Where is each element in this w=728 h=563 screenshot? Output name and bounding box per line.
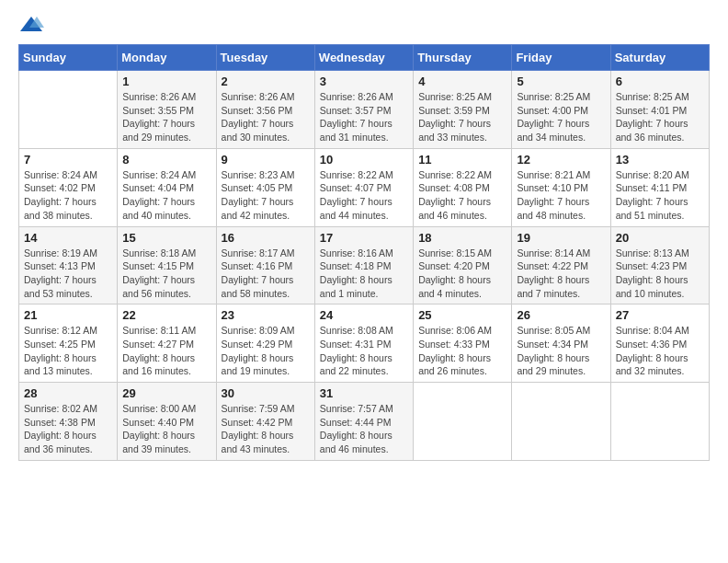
daylight-text: Daylight: 7 hours and 36 minutes. (616, 118, 688, 143)
weekday-header-friday: Friday (512, 45, 610, 71)
daylight-text: Daylight: 8 hours and 10 minutes. (616, 274, 688, 299)
sunrise-text: Sunrise: 8:25 AM (418, 91, 492, 102)
daylight-text: Daylight: 8 hours and 36 minutes. (24, 430, 97, 454)
day-number: 3 (320, 75, 408, 88)
day-details: Sunrise: 8:22 AM Sunset: 4:08 PM Dayligh… (418, 168, 506, 223)
sunrise-text: Sunrise: 8:04 AM (616, 325, 689, 336)
day-number: 20 (616, 231, 704, 245)
sunrise-text: Sunrise: 8:25 AM (616, 91, 689, 102)
day-details: Sunrise: 8:09 AM Sunset: 4:29 PM Dayligh… (222, 324, 310, 378)
daylight-text: Daylight: 8 hours and 29 minutes. (517, 352, 589, 377)
calendar-cell: 22 Sunrise: 8:11 AM Sunset: 4:27 PM Dayl… (118, 304, 216, 383)
calendar-cell: 19 Sunrise: 8:14 AM Sunset: 4:22 PM Dayl… (512, 226, 610, 304)
calendar-cell: 3 Sunrise: 8:26 AM Sunset: 3:57 PM Dayli… (314, 71, 413, 149)
sunrise-text: Sunrise: 8:22 AM (418, 169, 492, 180)
calendar-cell: 10 Sunrise: 8:22 AM Sunset: 4:07 PM Dayl… (314, 148, 413, 226)
sunrise-text: Sunrise: 8:06 AM (418, 325, 492, 336)
day-details: Sunrise: 7:57 AM Sunset: 4:44 PM Dayligh… (320, 402, 408, 456)
sunset-text: Sunset: 4:25 PM (24, 339, 96, 350)
sunrise-text: Sunrise: 8:23 AM (222, 169, 295, 180)
day-number: 13 (616, 153, 704, 167)
sunrise-text: Sunrise: 8:02 AM (24, 403, 97, 414)
calendar-cell: 1 Sunrise: 8:26 AM Sunset: 3:55 PM Dayli… (118, 71, 216, 149)
daylight-text: Daylight: 7 hours and 40 minutes. (122, 196, 195, 221)
day-number: 25 (418, 308, 506, 322)
daylight-text: Daylight: 8 hours and 22 minutes. (320, 352, 392, 377)
calendar-cell: 12 Sunrise: 8:21 AM Sunset: 4:10 PM Dayl… (512, 148, 610, 226)
calendar-cell: 27 Sunrise: 8:04 AM Sunset: 4:36 PM Dayl… (610, 304, 709, 383)
sunset-text: Sunset: 4:01 PM (616, 105, 688, 116)
calendar-week-4: 21 Sunrise: 8:12 AM Sunset: 4:25 PM Dayl… (19, 304, 710, 383)
calendar-cell: 30 Sunrise: 7:59 AM Sunset: 4:42 PM Dayl… (216, 383, 314, 461)
sunset-text: Sunset: 4:38 PM (24, 417, 96, 428)
daylight-text: Daylight: 7 hours and 51 minutes. (616, 196, 688, 221)
calendar-cell: 5 Sunrise: 8:25 AM Sunset: 4:00 PM Dayli… (512, 71, 610, 149)
day-number: 8 (122, 153, 210, 167)
calendar-cell: 15 Sunrise: 8:18 AM Sunset: 4:15 PM Dayl… (118, 226, 216, 304)
day-number: 4 (418, 75, 506, 88)
sunset-text: Sunset: 4:36 PM (616, 339, 688, 350)
day-details: Sunrise: 8:21 AM Sunset: 4:10 PM Dayligh… (517, 168, 605, 223)
day-details: Sunrise: 8:13 AM Sunset: 4:23 PM Dayligh… (616, 247, 704, 301)
calendar-cell: 17 Sunrise: 8:16 AM Sunset: 4:18 PM Dayl… (314, 226, 413, 304)
sunrise-text: Sunrise: 8:20 AM (616, 169, 689, 180)
calendar-cell: 13 Sunrise: 8:20 AM Sunset: 4:11 PM Dayl… (610, 148, 709, 226)
calendar-cell (512, 383, 610, 461)
day-number: 21 (24, 308, 112, 322)
sunset-text: Sunset: 3:56 PM (222, 105, 293, 116)
weekday-header-wednesday: Wednesday (314, 45, 413, 71)
daylight-text: Daylight: 8 hours and 13 minutes. (24, 352, 97, 377)
calendar-cell: 9 Sunrise: 8:23 AM Sunset: 4:05 PM Dayli… (216, 148, 314, 226)
calendar-cell (19, 71, 118, 149)
calendar-cell: 2 Sunrise: 8:26 AM Sunset: 3:56 PM Dayli… (216, 71, 314, 149)
day-number: 14 (24, 231, 112, 245)
daylight-text: Daylight: 7 hours and 48 minutes. (517, 196, 589, 221)
calendar-week-2: 7 Sunrise: 8:24 AM Sunset: 4:02 PM Dayli… (19, 148, 710, 226)
calendar-cell: 4 Sunrise: 8:25 AM Sunset: 3:59 PM Dayli… (414, 71, 512, 149)
calendar-cell: 14 Sunrise: 8:19 AM Sunset: 4:13 PM Dayl… (19, 226, 118, 304)
daylight-text: Daylight: 7 hours and 29 minutes. (122, 118, 195, 143)
calendar-cell: 31 Sunrise: 7:57 AM Sunset: 4:44 PM Dayl… (314, 383, 413, 461)
day-number: 24 (320, 308, 408, 322)
calendar-cell: 20 Sunrise: 8:13 AM Sunset: 4:23 PM Dayl… (610, 226, 709, 304)
daylight-text: Daylight: 7 hours and 46 minutes. (418, 196, 491, 221)
sunrise-text: Sunrise: 8:26 AM (222, 91, 295, 102)
day-number: 23 (222, 308, 310, 322)
header (18, 15, 710, 35)
daylight-text: Daylight: 8 hours and 7 minutes. (517, 274, 589, 299)
daylight-text: Daylight: 7 hours and 58 minutes. (222, 274, 294, 299)
sunrise-text: Sunrise: 8:25 AM (517, 91, 590, 102)
calendar-cell: 25 Sunrise: 8:06 AM Sunset: 4:33 PM Dayl… (414, 304, 512, 383)
sunrise-text: Sunrise: 8:22 AM (320, 169, 393, 180)
weekday-header-saturday: Saturday (610, 45, 709, 71)
weekday-header-tuesday: Tuesday (216, 45, 314, 71)
calendar-cell: 16 Sunrise: 8:17 AM Sunset: 4:16 PM Dayl… (216, 226, 314, 304)
sunset-text: Sunset: 4:02 PM (24, 182, 96, 193)
calendar-cell: 28 Sunrise: 8:02 AM Sunset: 4:38 PM Dayl… (19, 383, 118, 461)
day-details: Sunrise: 8:24 AM Sunset: 4:02 PM Dayligh… (24, 168, 112, 223)
calendar-cell: 7 Sunrise: 8:24 AM Sunset: 4:02 PM Dayli… (19, 148, 118, 226)
day-details: Sunrise: 8:16 AM Sunset: 4:18 PM Dayligh… (320, 247, 408, 301)
day-number: 15 (122, 231, 210, 245)
day-number: 30 (222, 386, 310, 400)
sunset-text: Sunset: 4:34 PM (517, 339, 588, 350)
calendar-cell: 8 Sunrise: 8:24 AM Sunset: 4:04 PM Dayli… (118, 148, 216, 226)
sunrise-text: Sunrise: 8:19 AM (24, 247, 97, 259)
daylight-text: Daylight: 7 hours and 56 minutes. (122, 274, 195, 299)
day-details: Sunrise: 8:25 AM Sunset: 4:00 PM Dayligh… (517, 90, 605, 144)
day-details: Sunrise: 8:12 AM Sunset: 4:25 PM Dayligh… (24, 324, 112, 378)
day-details: Sunrise: 8:26 AM Sunset: 3:57 PM Dayligh… (320, 90, 408, 144)
sunrise-text: Sunrise: 8:21 AM (517, 169, 590, 180)
daylight-text: Daylight: 8 hours and 26 minutes. (418, 352, 491, 377)
weekday-header-row: SundayMondayTuesdayWednesdayThursdayFrid… (19, 45, 710, 71)
daylight-text: Daylight: 8 hours and 46 minutes. (320, 430, 392, 454)
day-details: Sunrise: 8:05 AM Sunset: 4:34 PM Dayligh… (517, 324, 605, 378)
day-number: 1 (122, 75, 210, 88)
sunset-text: Sunset: 4:08 PM (418, 182, 490, 193)
sunset-text: Sunset: 4:33 PM (418, 339, 490, 350)
calendar-cell (414, 383, 512, 461)
calendar-cell (610, 383, 709, 461)
sunset-text: Sunset: 4:00 PM (517, 105, 588, 116)
day-details: Sunrise: 7:59 AM Sunset: 4:42 PM Dayligh… (222, 402, 310, 456)
day-number: 31 (320, 386, 408, 400)
